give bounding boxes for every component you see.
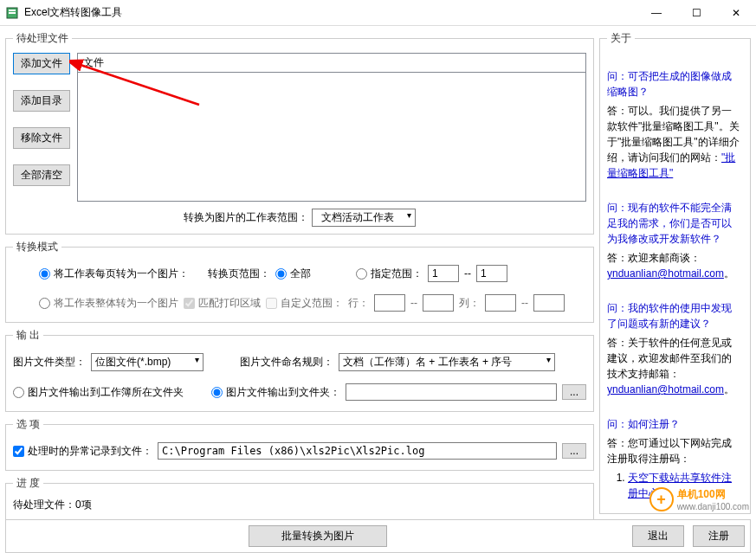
file-list[interactable] — [77, 72, 586, 202]
add-dir-button[interactable]: 添加目录 — [13, 90, 70, 112]
svg-rect-2 — [9, 12, 16, 14]
convert-mode-group: 转换模式 将工作表每页转为一个图片： 转换页范围： 全部 指定范围： -- 将工… — [5, 240, 594, 323]
page-range-radio[interactable]: 指定范围： — [356, 267, 423, 281]
email-link-1[interactable]: ynduanlian@hotmail.com — [607, 267, 724, 280]
register-button[interactable]: 注册 — [693, 525, 745, 547]
about-q2: 问：现有的软件不能完全满足我的需求，你们是否可以为我修改或开发新软件？ — [607, 200, 740, 247]
page-to-input[interactable] — [476, 265, 507, 282]
row-from-input — [374, 294, 405, 312]
output-folder-radio[interactable]: 图片文件输出到文件夹： — [211, 385, 340, 400]
row-to-input — [423, 294, 454, 312]
page-from-input[interactable] — [428, 265, 459, 282]
watermark: + 单机100网 www.danji100.com — [649, 487, 749, 511]
mode-legend: 转换模式 — [13, 240, 61, 254]
remove-file-button[interactable]: 移除文件 — [13, 127, 70, 149]
browse-output-button[interactable]: ... — [562, 384, 586, 400]
col-from-input — [485, 294, 516, 312]
output-group: 输 出 图片文件类型： 位图文件(*.bmp) 图片文件命名规则： 文档（工作薄… — [5, 328, 594, 412]
page-range-label: 转换页范围： — [208, 267, 270, 281]
svg-rect-1 — [9, 10, 16, 11]
pending-files-group: 待处理文件 添加文件 添加目录 移除文件 全部清空 文件 转换为图片的工作表范围… — [5, 31, 594, 235]
exit-button[interactable]: 退出 — [632, 525, 684, 547]
page-all-radio[interactable]: 全部 — [275, 267, 311, 281]
output-legend: 输 出 — [13, 328, 43, 343]
col-to-input — [533, 294, 565, 312]
options-group: 选 项 处理时的异常记录到文件： ... — [5, 417, 594, 471]
email-link-2[interactable]: ynduanlian@hotmail.com — [607, 383, 724, 395]
sheet-range-label: 转换为图片的工作表范围： — [184, 211, 308, 223]
log-checkbox[interactable]: 处理时的异常记录到文件： — [13, 444, 152, 459]
close-button[interactable]: ✕ — [716, 0, 756, 26]
pending-legend: 待处理文件 — [13, 31, 72, 46]
window-title: Excel文档转图像工具 — [24, 5, 636, 20]
output-workbook-dir-radio[interactable]: 图片文件输出到工作簿所在文件夹 — [13, 385, 184, 400]
watermark-logo-icon: + — [649, 487, 674, 511]
custom-range-checkbox: 自定义范围： — [266, 296, 343, 311]
about-group: 关于 问：可否把生成的图像做成缩略图？ 答：可以。我们提供了另一款软件"批量缩略… — [599, 31, 751, 514]
match-print-checkbox: 匹配打印区域 — [184, 296, 261, 311]
about-legend: 关于 — [607, 31, 635, 46]
whole-sheet-radio[interactable]: 将工作表整体转为一个图片 — [39, 296, 178, 311]
sheet-range-select[interactable]: 文档活动工作表 — [312, 209, 416, 227]
progress-text: 待处理文件：0项 — [13, 498, 586, 512]
clear-all-button[interactable]: 全部清空 — [13, 164, 70, 186]
about-q1: 问：可否把生成的图像做成缩略图？ — [607, 68, 740, 100]
progress-group: 进 度 待处理文件：0项 — [5, 476, 594, 520]
maximize-button[interactable]: ☐ — [676, 0, 716, 26]
add-file-button[interactable]: 添加文件 — [13, 53, 70, 74]
type-label: 图片文件类型： — [13, 355, 86, 370]
batch-convert-button[interactable]: 批量转换为图片 — [249, 525, 387, 547]
app-icon — [5, 6, 19, 20]
output-folder-input[interactable] — [346, 383, 557, 401]
about-q3: 问：我的软件的使用中发现了问题或有新的建议？ — [607, 300, 740, 331]
options-legend: 选 项 — [13, 417, 43, 432]
browse-log-button[interactable]: ... — [562, 443, 586, 459]
naming-label: 图片文件命名规则： — [240, 355, 333, 370]
progress-legend: 进 度 — [13, 476, 43, 491]
naming-select[interactable]: 文档（工作薄）名 + 工作表名 + 序号 — [339, 353, 555, 371]
about-q4: 问：如何注册？ — [607, 416, 740, 432]
filelist-header[interactable]: 文件 — [77, 53, 586, 72]
type-select[interactable]: 位图文件(*.bmp) — [91, 353, 204, 371]
minimize-button[interactable]: — — [636, 0, 676, 26]
log-path-input[interactable] — [158, 442, 557, 460]
about-content[interactable]: 问：可否把生成的图像做成缩略图？ 答：可以。我们提供了另一款软件"批量缩略图工具… — [607, 53, 743, 511]
each-page-radio[interactable]: 将工作表每页转为一个图片： — [39, 267, 189, 281]
